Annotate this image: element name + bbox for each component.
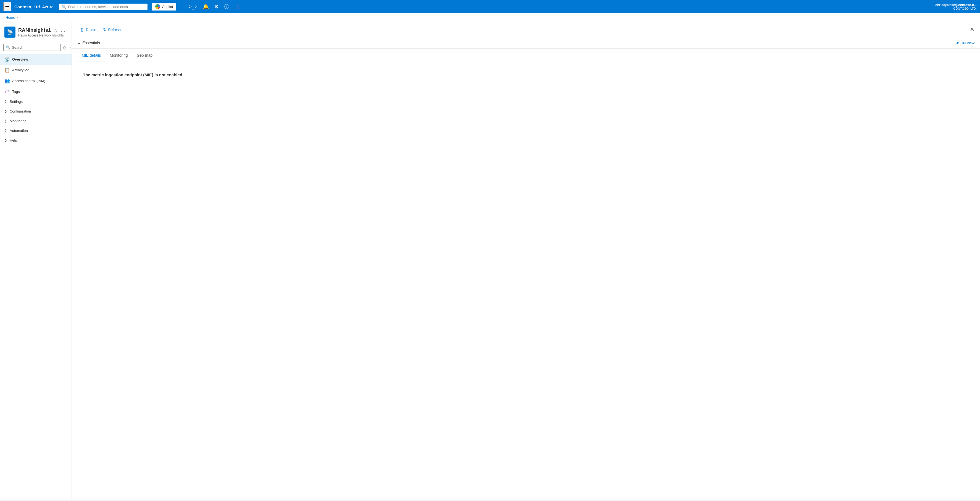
tab-monitoring[interactable]: Monitoring (105, 50, 132, 61)
automation-chevron-icon: ❯ (5, 129, 7, 132)
sidebar-item-automation-label: Automation (10, 129, 67, 133)
sidebar-search-row: 🔍 ◇ « (0, 41, 72, 54)
nav-icon-group: >_> 🔔 ⚙ ⓘ 👤 (186, 2, 243, 11)
sidebar-item-settings-label: Settings (10, 99, 67, 104)
sidebar-item-settings[interactable]: ❯ Settings (0, 97, 72, 107)
sidebar-item-access-control[interactable]: 👥 Access control (IAM) (0, 75, 72, 86)
resource-header: 📡 RANInsights1 ☆ … Radio Access Network … (0, 22, 72, 41)
breadcrumb: Home › (0, 13, 980, 22)
sidebar-item-overview-label: Overview (12, 57, 67, 61)
essentials-label: Essentials (82, 41, 100, 45)
more-options-button[interactable]: … (60, 27, 66, 34)
ran-icon-svg: 📡 (5, 27, 15, 37)
delete-label: Delete (86, 28, 96, 32)
help-button[interactable]: ⓘ (222, 2, 231, 11)
copilot-button[interactable]: Copilot (152, 3, 176, 11)
settings-button[interactable]: ⚙ (212, 3, 221, 11)
pin-button[interactable]: ◇ (62, 44, 67, 51)
sidebar-item-configuration[interactable]: ❯ Configuration (0, 107, 72, 116)
access-control-icon: 👥 (5, 78, 10, 83)
refresh-button[interactable]: ↻ Refresh (100, 26, 124, 34)
refresh-icon: ↻ (103, 27, 107, 32)
sidebar-item-tags[interactable]: 🏷 Tags (0, 86, 72, 97)
tab-geo-map-label: Geo map (137, 53, 153, 57)
sidebar-item-access-control-label: Access control (IAM) (12, 79, 67, 83)
cloud-shell-button[interactable]: >_> (186, 3, 199, 11)
user-org: CONTOSO, LTD. (935, 7, 977, 10)
mie-disabled-message: The metric ingestion endpoint (MIE) is n… (83, 72, 969, 77)
top-navigation: ☰ Contoso, Ltd. Azure 🔍 Copilot >_> 🔔 ⚙ … (0, 0, 980, 13)
essentials-toggle[interactable]: ⌄ Essentials (77, 41, 100, 45)
content-area: ✕ 🗑 Delete ↻ Refresh ⌄ Essentials JSON V… (72, 22, 980, 501)
feedback-button[interactable]: 👤 (232, 3, 243, 11)
monitoring-chevron-icon: ❯ (5, 119, 7, 123)
svg-text:📡: 📡 (7, 29, 13, 35)
essentials-chevron-icon: ⌄ (77, 41, 81, 45)
nav-divider (181, 3, 181, 10)
delete-button[interactable]: 🗑 Delete (77, 26, 99, 34)
copilot-label: Copilot (162, 5, 173, 9)
sidebar-search-box: 🔍 (3, 44, 61, 51)
user-email: chrisqpublic@contoso.c... (935, 3, 977, 7)
main-layout: 📡 RANInsights1 ☆ … Radio Access Network … (0, 22, 980, 501)
notifications-button[interactable]: 🔔 (200, 3, 211, 11)
sidebar-item-help[interactable]: ❯ Help (0, 136, 72, 145)
sidebar-item-help-label: Help (10, 138, 67, 142)
user-account[interactable]: chrisqpublic@contoso.c... CONTOSO, LTD. (935, 3, 977, 10)
sidebar-search-icon: 🔍 (6, 45, 10, 49)
copilot-logo-icon (155, 4, 160, 9)
json-view-link[interactable]: JSON View (956, 41, 974, 45)
breadcrumb-home[interactable]: Home (6, 16, 15, 20)
tab-content-mie-details: The metric ingestion endpoint (MIE) is n… (72, 61, 980, 88)
sidebar-item-configuration-label: Configuration (10, 109, 67, 113)
tabs-row: MIE details Monitoring Geo map (72, 50, 980, 61)
settings-chevron-icon: ❯ (5, 100, 7, 104)
close-button[interactable]: ✕ (970, 26, 974, 33)
sidebar-item-automation[interactable]: ❯ Automation (0, 126, 72, 136)
activity-log-icon: 📋 (5, 67, 10, 73)
delete-icon: 🗑 (80, 27, 84, 32)
sidebar-nav: 📡 Overview 📋 Activity log 👥 Access contr… (0, 54, 72, 501)
tab-mie-details-label: MIE details (82, 53, 101, 57)
toolbar: 🗑 Delete ↻ Refresh (72, 22, 980, 37)
resource-title-actions: RANInsights1 ☆ … (18, 27, 66, 34)
sidebar-item-tags-label: Tags (12, 89, 67, 94)
sidebar-item-activity-log-label: Activity log (12, 68, 67, 72)
refresh-label: Refresh (108, 28, 121, 32)
hamburger-menu[interactable]: ☰ (3, 2, 11, 11)
favorite-button[interactable]: ☆ (53, 27, 58, 34)
tab-mie-details[interactable]: MIE details (77, 50, 105, 61)
global-search-input[interactable] (68, 5, 129, 9)
tags-icon: 🏷 (5, 89, 10, 94)
tab-monitoring-label: Monitoring (110, 53, 127, 57)
sidebar: 📡 RANInsights1 ☆ … Radio Access Network … (0, 22, 72, 501)
breadcrumb-separator: › (17, 16, 18, 20)
overview-icon: 📡 (5, 57, 10, 62)
search-icon: 🔍 (62, 5, 66, 9)
resource-name: RANInsights1 (18, 27, 51, 33)
sidebar-item-monitoring-label: Monitoring (10, 119, 67, 123)
sidebar-item-overview[interactable]: 📡 Overview (0, 54, 72, 65)
sidebar-item-activity-log[interactable]: 📋 Activity log (0, 65, 72, 75)
tab-geo-map[interactable]: Geo map (132, 50, 157, 61)
brand-name: Contoso, Ltd. Azure (14, 5, 54, 9)
global-search-box: 🔍 (59, 3, 148, 10)
resource-title-block: RANInsights1 ☆ … Radio Access Network In… (18, 27, 66, 37)
sidebar-item-monitoring[interactable]: ❯ Monitoring (0, 116, 72, 126)
resource-icon: 📡 (5, 27, 16, 38)
collapse-sidebar-button[interactable]: « (68, 44, 72, 51)
configuration-chevron-icon: ❯ (5, 110, 7, 113)
essentials-section: ⌄ Essentials JSON View (72, 37, 980, 49)
sidebar-search-input[interactable] (12, 45, 58, 49)
resource-type: Radio Access Network Insights (18, 34, 66, 37)
help-chevron-icon: ❯ (5, 139, 7, 142)
